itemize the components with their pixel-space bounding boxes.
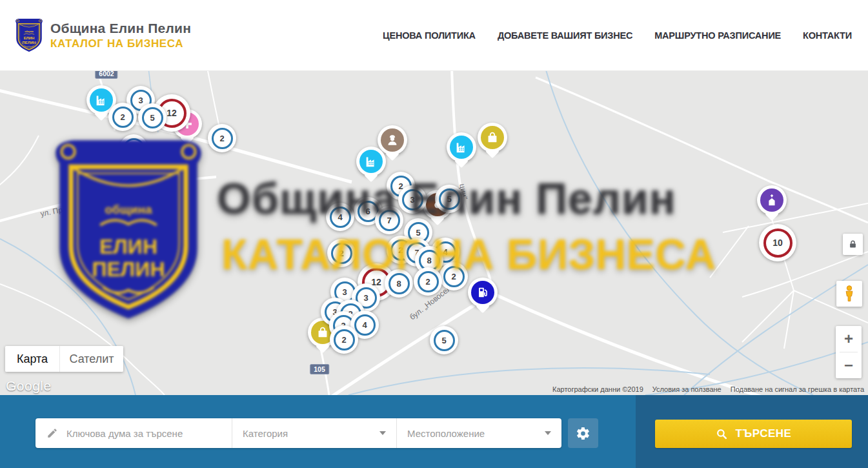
- cluster-count: 7: [379, 210, 400, 231]
- cluster-count: 2: [334, 329, 355, 351]
- church-icon: [760, 188, 783, 212]
- attribution-report-error-link[interactable]: Подаване на сигнал за грешка в картата: [731, 385, 864, 393]
- map-cluster-marker[interactable]: 2: [439, 262, 468, 290]
- map-canvas[interactable]: 6002105ул. Преславбул. „Новоселции" 3212…: [0, 71, 868, 395]
- map-pin-factory[interactable]: [447, 132, 476, 162]
- chevron-down-icon: [545, 431, 551, 435]
- category-select-value: Категория: [243, 428, 288, 439]
- map-cluster-marker[interactable]: 2: [327, 239, 356, 267]
- zoom-in-button[interactable]: +: [836, 326, 862, 352]
- cluster-count: 5: [142, 107, 163, 128]
- map-pin-fuel-pump[interactable]: [468, 278, 498, 307]
- map-type-satellite-button[interactable]: Сателит: [59, 346, 123, 372]
- map-cluster-marker[interactable]: 10: [759, 224, 796, 261]
- map-cluster-marker[interactable]: 2: [330, 325, 358, 354]
- municipality-emblem-logo: [14, 16, 44, 55]
- pencil-icon: [46, 427, 58, 439]
- nav-route-schedule[interactable]: МАРШРУТНО РАЗПИСАНИЕ: [654, 30, 781, 41]
- cluster-count: 2: [212, 128, 233, 149]
- cluster-count: 3: [402, 189, 423, 210]
- factory-icon: [450, 136, 473, 159]
- factory-icon: [359, 150, 383, 173]
- main-nav: ЦЕНОВА ПОЛИТИКА ДОБАВЕТЕ ВАШИЯТ БИЗНЕС М…: [383, 30, 852, 41]
- map-cluster-marker[interactable]: 8: [385, 269, 413, 298]
- cluster-count: 2: [123, 138, 145, 159]
- brand-subtitle: КАТАЛОГ НА БИЗНЕСА: [50, 37, 191, 50]
- advanced-search-settings-button[interactable]: [568, 418, 598, 448]
- attribution-copyright: Картографски данни ©2019: [552, 385, 643, 393]
- cluster-count: 4: [330, 207, 351, 228]
- nav-pricing-policy[interactable]: ЦЕНОВА ПОЛИТИКА: [383, 30, 476, 41]
- cluster-count: 10: [763, 229, 792, 258]
- worker-icon: [381, 128, 404, 152]
- page: Община Елин Пелин КАТАЛОГ НА БИЗНЕСА ЦЕН…: [0, 0, 868, 468]
- map-cluster-marker[interactable]: 5: [138, 103, 167, 132]
- site-header: Община Елин Пелин КАТАЛОГ НА БИЗНЕСА ЦЕН…: [0, 0, 868, 71]
- cluster-count: 2: [331, 243, 352, 264]
- cluster-count: 4: [354, 314, 376, 336]
- cluster-count: 5: [434, 330, 455, 351]
- nav-contacts[interactable]: КОНТАКТИ: [803, 30, 852, 41]
- map-pin-shopping-bag[interactable]: [478, 123, 507, 152]
- nav-add-your-business[interactable]: ДОБАВЕТЕ ВАШИЯТ БИЗНЕС: [498, 30, 632, 41]
- gear-icon: [576, 426, 590, 441]
- search-bar: Категория Местоположение ТЪРСЕНЕ: [0, 395, 868, 468]
- zoom-out-button[interactable]: −: [836, 352, 862, 378]
- map-type-control: Карта Сателит: [5, 346, 123, 372]
- map-cluster-marker[interactable]: 5: [435, 185, 463, 213]
- cluster-count: 5: [439, 188, 460, 210]
- zoom-control: + −: [836, 326, 862, 378]
- factory-icon: [90, 88, 113, 112]
- google-logo[interactable]: Google: [6, 378, 52, 394]
- brand-title: Община Елин Пелин: [50, 21, 191, 36]
- fuel-pump-icon: [471, 281, 494, 304]
- search-button[interactable]: ТЪРСЕНЕ: [655, 420, 852, 448]
- search-button-label: ТЪРСЕНЕ: [736, 427, 792, 440]
- cluster-count: 2: [112, 107, 134, 128]
- road-badge: 105: [310, 364, 329, 374]
- keyword-search-input[interactable]: [66, 428, 215, 439]
- map-cluster-marker[interactable]: 2: [119, 134, 148, 163]
- keyword-field: [35, 418, 232, 448]
- brand[interactable]: Община Елин Пелин КАТАЛОГ НА БИЗНЕСА: [14, 16, 191, 55]
- map-cluster-marker[interactable]: 3: [398, 185, 427, 214]
- road-badge: 6002: [95, 71, 117, 79]
- map-attribution: Картографски данни ©2019 Условия за полз…: [552, 385, 864, 393]
- lock-icon: [848, 239, 858, 250]
- location-select-value: Местоположение: [407, 428, 485, 439]
- map-cluster-marker[interactable]: 4: [326, 203, 354, 231]
- map-cluster-marker[interactable]: 2: [108, 103, 137, 131]
- brand-text: Община Елин Пелин КАТАЛОГ НА БИЗНЕСА: [50, 21, 191, 50]
- cluster-count: 2: [443, 266, 465, 287]
- map-cluster-marker[interactable]: 2: [414, 267, 442, 296]
- map-type-map-button[interactable]: Карта: [5, 346, 59, 372]
- pegman-icon: [841, 284, 858, 303]
- cluster-count: 8: [389, 273, 410, 294]
- search-icon: [716, 428, 728, 440]
- map-cluster-marker[interactable]: 2: [208, 124, 236, 152]
- category-select[interactable]: Категория: [232, 418, 396, 448]
- location-select[interactable]: Местоположение: [396, 418, 561, 448]
- map-cluster-marker[interactable]: 7: [375, 206, 403, 234]
- map-pin-church[interactable]: [757, 185, 787, 215]
- cluster-count: 2: [418, 271, 439, 292]
- chevron-down-icon: [379, 431, 386, 435]
- attribution-terms-link[interactable]: Условия за ползване: [652, 385, 722, 393]
- street-view-lock-button[interactable]: [843, 234, 863, 255]
- shopping-bag-icon: [481, 126, 504, 149]
- search-fields: Категория Местоположение: [35, 418, 561, 448]
- map-pin-factory[interactable]: [356, 147, 386, 176]
- map-pin-worker[interactable]: [378, 125, 407, 155]
- pegman-button[interactable]: [836, 281, 862, 307]
- map-cluster-marker[interactable]: 5: [430, 326, 458, 354]
